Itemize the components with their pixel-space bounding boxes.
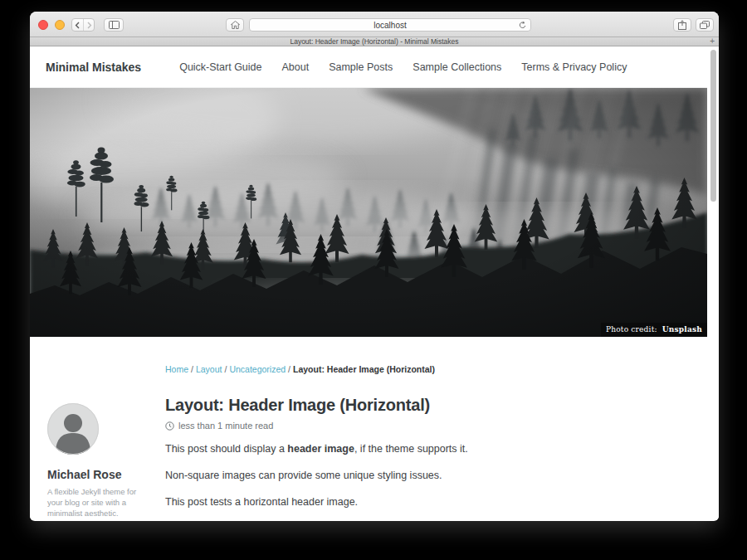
sidebar-icon	[109, 21, 120, 29]
paragraph-3: This post tests a horizontal header imag…	[165, 495, 707, 509]
breadcrumb-current: Layout: Header Image (Horizontal)	[293, 364, 435, 374]
clock-icon	[165, 421, 174, 431]
photo-credit: Photo credit: Unsplash	[601, 323, 707, 337]
browser-toolbar: localhost	[30, 12, 719, 37]
active-tab[interactable]: Layout: Header Image (Horizontal) - Mini…	[290, 37, 458, 46]
web-content: Minimal Mistakes Quick-Start Guide About…	[30, 46, 719, 519]
page-body: Michael Rose A flexible Jekyll theme for…	[30, 337, 707, 519]
foggy-forest-photo	[30, 88, 707, 337]
author-sidebar: Michael Rose A flexible Jekyll theme for…	[30, 337, 165, 519]
paragraph-2: Non-square images can provide some uniqu…	[165, 469, 707, 482]
reload-icon	[518, 21, 527, 30]
address-input[interactable]: localhost	[249, 18, 531, 32]
author-name: Michael Rose	[47, 468, 165, 481]
post-body: This post should display a header image,…	[165, 442, 707, 509]
chevron-left-icon	[75, 22, 81, 29]
masthead-nav: Quick-Start Guide About Sample Posts Sam…	[179, 61, 627, 73]
nav-item-sample-posts[interactable]: Sample Posts	[329, 61, 393, 73]
breadcrumb-separator: /	[288, 364, 290, 374]
breadcrumb-separator: /	[224, 364, 227, 374]
chevron-right-icon	[86, 22, 92, 29]
close-button[interactable]	[38, 20, 48, 30]
sidebar-toggle-button[interactable]	[104, 18, 124, 32]
paragraph-1-text: This post should display a	[165, 443, 287, 455]
share-icon	[678, 20, 686, 30]
nav-item-about[interactable]: About	[282, 61, 310, 73]
nav-item-sample-collections[interactable]: Sample Collections	[413, 61, 501, 73]
photo-credit-source: Unsplash	[662, 325, 702, 334]
page-title: Layout: Header Image (Horizontal)	[165, 396, 707, 415]
tab-bar: Layout: Header Image (Horizontal) - Mini…	[30, 37, 719, 46]
breadcrumb-layout[interactable]: Layout	[196, 364, 222, 374]
new-tab-button[interactable]: +	[710, 37, 715, 46]
post-meta: less than 1 minute read	[165, 421, 707, 431]
scrollbar-thumb[interactable]	[710, 50, 716, 202]
tabs-icon	[700, 21, 710, 29]
home-button[interactable]	[226, 18, 244, 32]
nav-item-quick-start-guide[interactable]: Quick-Start Guide	[179, 61, 261, 73]
browser-window: localhost Layout: Header Image (	[30, 12, 719, 521]
author-bio: A flexible Jekyll theme for your blog or…	[47, 486, 147, 519]
paragraph-1-tail: , if the theme supports it.	[354, 443, 468, 455]
minimize-button[interactable]	[55, 20, 65, 30]
address-url: localhost	[374, 21, 406, 30]
masthead: Minimal Mistakes Quick-Start Guide About…	[30, 46, 707, 88]
avatar	[47, 403, 99, 455]
reload-button[interactable]	[518, 21, 527, 32]
share-button[interactable]	[673, 18, 691, 32]
post-main: Home/Layout/Uncategorized/Layout: Header…	[165, 337, 707, 519]
site-title[interactable]: Minimal Mistakes	[46, 61, 141, 74]
breadcrumb-uncategorized[interactable]: Uncategorized	[229, 364, 286, 374]
tab-overview-button[interactable]	[696, 18, 714, 32]
back-button[interactable]	[72, 19, 83, 31]
photo-credit-label: Photo credit:	[606, 325, 657, 334]
nav-item-terms-privacy[interactable]: Terms & Privacy Policy	[521, 61, 627, 73]
breadcrumb: Home/Layout/Uncategorized/Layout: Header…	[165, 364, 707, 374]
paragraph-1: This post should display a header image,…	[165, 442, 707, 455]
history-nav	[71, 18, 95, 32]
header-image: Photo credit: Unsplash	[30, 88, 707, 337]
breadcrumb-home[interactable]: Home	[165, 364, 188, 374]
forward-button[interactable]	[83, 19, 94, 31]
read-time: less than 1 minute read	[178, 421, 273, 431]
paragraph-1-bold: header image	[287, 443, 354, 455]
breadcrumb-separator: /	[191, 364, 193, 374]
home-icon	[231, 21, 240, 29]
